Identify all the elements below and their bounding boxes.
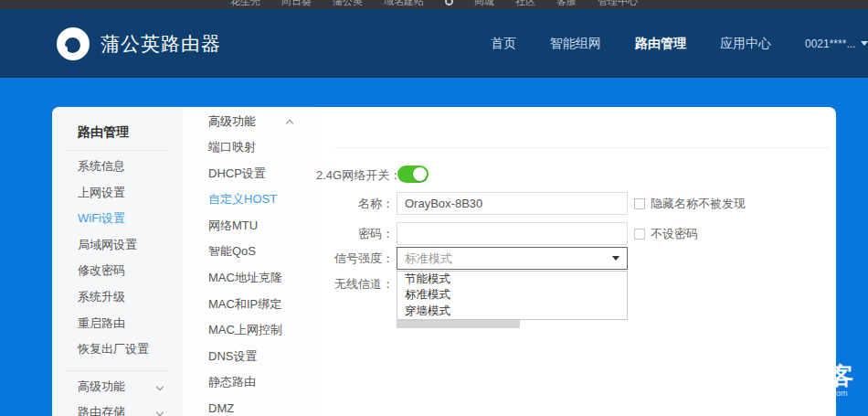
submenu-item-port-mapping[interactable]: 端口映射	[183, 134, 316, 161]
sidebar-item-factory-reset[interactable]: 恢复出厂设置	[52, 336, 183, 363]
sidebar-divider	[65, 150, 170, 151]
signal-strength-label: 信号强度：	[316, 247, 394, 270]
sidebar-item-system-info[interactable]: 系统信息	[52, 154, 183, 180]
sidebar-item-wifi-settings[interactable]: WiFi设置	[52, 206, 183, 232]
submenu-item-dns-settings[interactable]: DNS设置	[183, 344, 316, 370]
sidebar-item-reboot-router[interactable]: 重启路由	[52, 311, 183, 337]
submenu-item-mac-clone[interactable]: MAC地址克隆	[183, 265, 316, 292]
toggle-knob	[413, 167, 427, 181]
submenu-item-custom-host[interactable]: 自定义HOST	[183, 187, 316, 213]
signal-strength-select[interactable]: 标准模式	[397, 247, 628, 270]
sidebar-group-router-storage[interactable]: 路由存储	[52, 400, 183, 416]
no-password-checkbox-row[interactable]: 不设密码	[634, 222, 698, 245]
wifi-24g-toggle[interactable]	[397, 165, 429, 183]
sidebar-item-change-password[interactable]: 修改密码	[52, 258, 183, 284]
wireless-channel-label: 无线信道：	[316, 272, 394, 295]
sidebar-group-label: 路由存储	[78, 405, 125, 416]
sidebar-item-internet-settings[interactable]: 上网设置	[52, 180, 183, 207]
main-header: 蒲公英路由器 首页 智能组网 路由管理 应用中心 0021****...	[0, 9, 868, 78]
submenu: 高级功能 端口映射 DHCP设置 自定义HOST 网络MTU 智能QoS MAC…	[183, 107, 316, 416]
chevron-up-icon	[286, 120, 293, 127]
dropdown-option-standard[interactable]: 标准模式	[397, 287, 627, 303]
sidebar-group-label: 高级功能	[78, 379, 125, 393]
signal-strength-selected-value: 标准模式	[397, 251, 612, 267]
sidebar-group-advanced-functions[interactable]: 高级功能	[52, 374, 183, 400]
top-utility-links: 花生壳 向日葵 蒲公英 域名建站 商城 社区 客服 管理中心	[0, 0, 868, 8]
no-password-checkbox-label: 不设密码	[651, 226, 698, 242]
topbar-link-sunflower[interactable]: 向日葵	[281, 0, 312, 8]
topbar-link-dandelion[interactable]: 蒲公英	[333, 0, 363, 8]
password-label: 密码：	[316, 222, 394, 245]
header-nav: 首页 智能组网 路由管理 应用中心 0021****...	[491, 9, 868, 78]
checkbox-icon[interactable]	[634, 229, 645, 240]
topbar-link-mall[interactable]: 商城	[474, 0, 494, 8]
router-management-card: 路由管理 系统信息 上网设置 WiFi设置 局域网设置 修改密码 系统升级 重启…	[52, 107, 836, 416]
account-id: 0021****...	[805, 37, 855, 50]
watermark-suffix: .com	[830, 389, 853, 398]
sidebar: 路由管理 系统信息 上网设置 WiFi设置 局域网设置 修改密码 系统升级 重启…	[52, 107, 183, 416]
submenu-group-label: 高级功能	[208, 114, 256, 128]
sidebar-title: 路由管理	[52, 121, 183, 143]
sidebar-divider	[65, 370, 170, 371]
select-arrow-icon	[612, 256, 619, 261]
dandelion-router-logo-icon	[57, 27, 90, 60]
nav-app-center[interactable]: 应用中心	[720, 36, 771, 52]
submenu-group-advanced-functions[interactable]: 高级功能	[183, 109, 316, 134]
hide-ssid-checkbox-row[interactable]: 隐藏名称不被发现	[634, 192, 746, 215]
nav-smart-networking[interactable]: 智能组网	[550, 36, 601, 52]
app-title: 蒲公英路由器	[101, 31, 221, 57]
topbar-link-peanut-shell[interactable]: 花生壳	[230, 0, 260, 8]
content-divider	[334, 147, 829, 148]
dropdown-option-power-saving[interactable]: 节能模式	[397, 272, 627, 287]
chevron-down-icon	[861, 41, 868, 46]
password-input[interactable]	[397, 222, 628, 245]
dropdown-option-wall-penetrating[interactable]: 穿墙模式	[397, 304, 627, 319]
submenu-item-dmz[interactable]: DMZ	[183, 396, 316, 416]
sidebar-item-lan-settings[interactable]: 局域网设置	[52, 232, 183, 259]
site-watermark: 客 .com	[830, 364, 853, 398]
router-admin-page: 花生壳 向日葵 蒲公英 域名建站 商城 社区 客服 管理中心 蒲公英路由器 首页…	[0, 0, 868, 416]
topbar-link-community[interactable]: 社区	[515, 0, 535, 8]
wifi-switch-label: 2.4G网络开关：	[316, 165, 394, 186]
topbar-link-domain-site[interactable]: 域名建站	[384, 0, 424, 8]
signal-strength-dropdown: 节能模式 标准模式 穿墙模式	[397, 271, 628, 320]
chevron-down-icon	[156, 409, 164, 416]
brand: 蒲公英路由器	[57, 9, 221, 78]
nav-home[interactable]: 首页	[491, 36, 516, 52]
submenu-item-mac-ip-binding[interactable]: MAC和IP绑定	[183, 292, 316, 318]
sidebar-item-system-upgrade[interactable]: 系统升级	[52, 284, 183, 311]
checkbox-icon[interactable]	[634, 198, 645, 209]
top-utility-bar: 花生壳 向日葵 蒲公英 域名建站 商城 社区 客服 管理中心	[0, 0, 868, 9]
submenu-item-smart-qos[interactable]: 智能QoS	[183, 239, 316, 265]
ssid-input[interactable]	[397, 192, 628, 215]
submenu-item-mac-access-control[interactable]: MAC上网控制	[183, 317, 316, 344]
topbar-link-admin-center[interactable]: 管理中心	[598, 0, 638, 8]
submenu-item-network-mtu[interactable]: 网络MTU	[183, 213, 316, 240]
nav-router-management[interactable]: 路由管理	[635, 36, 686, 52]
hide-ssid-checkbox-label: 隐藏名称不被发现	[651, 196, 746, 212]
wifi-settings-content: 2.4G网络开关： 名称： 隐藏名称不被发现 密码： 不设密码 信号强度： 标准…	[316, 107, 836, 416]
topbar-link-support[interactable]: 客服	[556, 0, 577, 8]
submenu-item-static-route[interactable]: 静态路由	[183, 369, 316, 396]
account-menu[interactable]: 0021****...	[805, 37, 868, 50]
submenu-item-dhcp-settings[interactable]: DHCP设置	[183, 161, 316, 187]
oray-logo-icon	[445, 0, 453, 5]
chevron-down-icon	[156, 383, 164, 390]
watermark-character: 客	[830, 364, 853, 388]
ssid-label: 名称：	[316, 192, 394, 215]
